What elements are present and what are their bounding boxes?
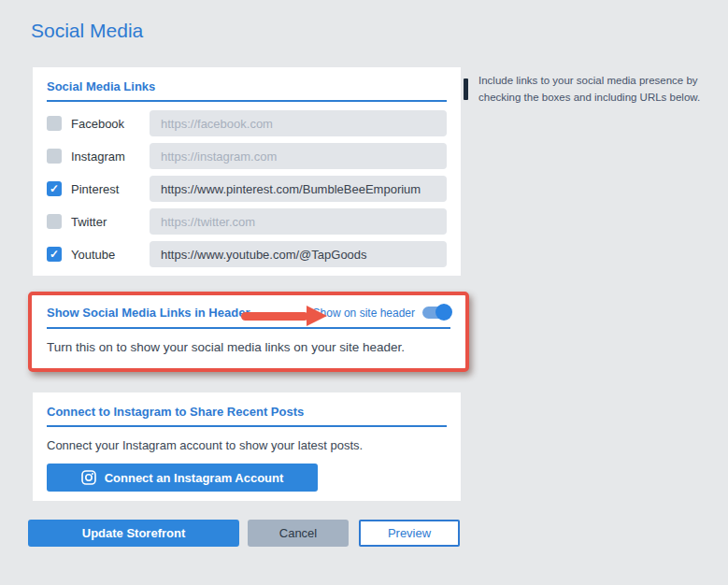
instagram-checkbox[interactable] (47, 149, 62, 164)
twitter-url-input[interactable] (150, 208, 447, 235)
youtube-row: Youtube (47, 241, 447, 267)
preview-button[interactable]: Preview (359, 520, 460, 547)
twitter-row: Twitter (47, 208, 447, 235)
connect-instagram-button[interactable]: Connect an Instagram Account (47, 464, 318, 492)
toggle-control-group: Show on site header (313, 307, 450, 320)
page-title: Social Media (31, 20, 143, 42)
pinterest-url-input[interactable] (150, 176, 447, 202)
social-media-links-card: Social Media Links Facebook Instagram Pi… (33, 67, 461, 276)
facebook-checkbox[interactable] (47, 116, 62, 131)
show-on-site-header-toggle[interactable] (422, 307, 450, 319)
scroll-indicator-bar (464, 78, 468, 100)
instagram-connect-card: Connect to Instagram to Share Recent Pos… (33, 392, 461, 501)
show-in-header-card: Show Social Media Links in Header Show o… (28, 292, 469, 372)
twitter-checkbox[interactable] (47, 214, 62, 229)
instagram-description: Connect your Instagram account to show y… (47, 438, 447, 452)
instagram-url-input[interactable] (150, 143, 447, 169)
links-section-header: Social Media Links (47, 79, 447, 102)
instagram-icon (81, 470, 96, 485)
cancel-button[interactable]: Cancel (248, 520, 349, 547)
connect-instagram-button-label: Connect an Instagram Account (105, 471, 284, 485)
update-storefront-button[interactable]: Update Storefront (28, 520, 239, 547)
toggle-section-header: Show Social Media Links in Header (47, 306, 250, 320)
instagram-section-header: Connect to Instagram to Share Recent Pos… (47, 405, 447, 427)
toggle-header-row: Show Social Media Links in Header Show o… (47, 306, 450, 329)
links-rows: Facebook Instagram Pinterest Twitter You… (47, 110, 447, 267)
facebook-url-input[interactable] (150, 110, 447, 136)
toggle-description: Turn this on to show your social media l… (47, 340, 450, 354)
instagram-row: Instagram (47, 143, 447, 169)
youtube-label: Youtube (71, 248, 150, 262)
pinterest-checkbox[interactable] (47, 181, 62, 196)
youtube-url-input[interactable] (150, 241, 447, 267)
toggle-label: Show on site header (313, 307, 415, 320)
facebook-row: Facebook (47, 110, 447, 136)
pinterest-row: Pinterest (47, 176, 447, 202)
toggle-knob (435, 304, 452, 321)
facebook-label: Facebook (71, 117, 150, 131)
pinterest-label: Pinterest (71, 182, 150, 196)
youtube-checkbox[interactable] (47, 247, 62, 262)
links-help-text: Include links to your social media prese… (478, 73, 716, 107)
instagram-label: Instagram (71, 150, 150, 164)
twitter-label: Twitter (71, 215, 150, 229)
